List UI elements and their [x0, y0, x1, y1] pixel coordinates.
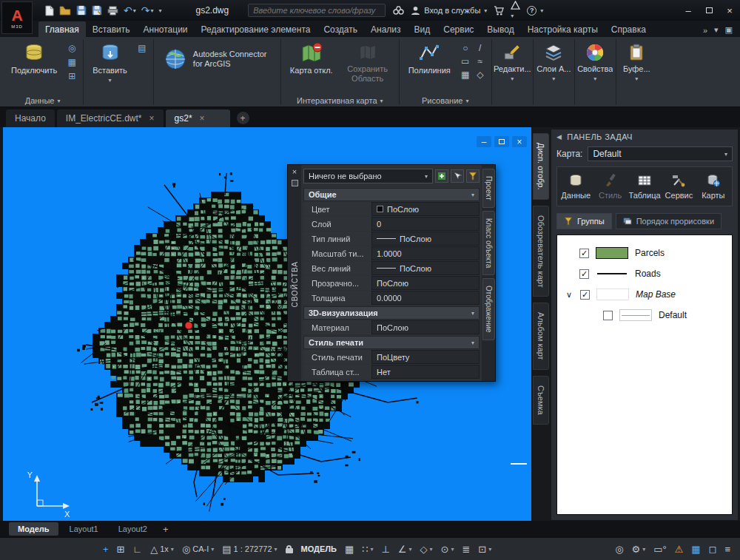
help-button[interactable]: ?▾: [527, 6, 543, 16]
ribbon-panel-collapsed-3[interactable]: Свойства▾: [575, 37, 616, 107]
quick-select-icon[interactable]: [466, 169, 480, 183]
selection-cycling-icon[interactable]: ⊡▾: [474, 540, 495, 558]
layer-checkbox[interactable]: [603, 311, 613, 320]
coordinate-system-button[interactable]: ◎CA-I▾: [178, 540, 218, 558]
expander-icon[interactable]: ∨: [565, 290, 574, 300]
search-binoculars-icon[interactable]: [393, 6, 404, 15]
lock-icon[interactable]: [282, 540, 297, 558]
layer-checkbox[interactable]: ✓: [579, 249, 589, 258]
circle-tool-icon[interactable]: ○: [459, 42, 472, 54]
map-off-button[interactable]: Карта откл.: [286, 41, 337, 77]
side-tab-3[interactable]: Альбом карт: [533, 303, 549, 370]
ribbon-tab-9[interactable]: Вывод: [480, 21, 520, 37]
ribbon-minimize-icon[interactable]: ▾: [714, 25, 719, 35]
save-area-button[interactable]: Сохранить Область: [341, 41, 394, 84]
taskpane-tool-2[interactable]: Стиль: [593, 171, 627, 202]
edit-data-icon[interactable]: ▤: [135, 42, 149, 54]
qat-customize-icon[interactable]: ▾: [159, 7, 162, 14]
property-value[interactable]: ПоСлою: [371, 276, 480, 290]
palette-section-header[interactable]: Общие▾: [303, 188, 480, 201]
spatial-search-icon[interactable]: ◎: [65, 42, 78, 54]
taskpane-tool-3[interactable]: Таблица: [628, 171, 662, 202]
model-space-button[interactable]: МОДЕЛЬ: [297, 540, 340, 558]
search-input[interactable]: [248, 4, 386, 17]
taskpane-viewtab-2[interactable]: Порядок прорисовки: [616, 213, 722, 229]
taskpane-tool-1[interactable]: Данные: [559, 171, 593, 202]
layer-checkbox[interactable]: ✓: [579, 269, 589, 279]
maximize-icon[interactable]: [699, 2, 719, 18]
layer-checkbox[interactable]: ✓: [580, 290, 590, 300]
units-warning-icon[interactable]: ⚠: [671, 540, 687, 558]
schema-icon[interactable]: ⊞: [65, 70, 78, 82]
close-icon[interactable]: ×: [719, 2, 740, 18]
doc-minimize-icon[interactable]: –: [477, 136, 491, 147]
ribbon-panel-collapsed-1[interactable]: Редакти...▾: [492, 37, 533, 107]
isolate-objects-icon[interactable]: ◎: [611, 540, 627, 558]
minimize-icon[interactable]: –: [678, 2, 699, 18]
arc-tool-icon[interactable]: ≈: [474, 55, 487, 67]
plot-icon[interactable]: [107, 4, 118, 17]
snap-mode-icon[interactable]: ∷▾: [358, 540, 377, 558]
map-select[interactable]: Default▾: [588, 146, 733, 161]
property-value[interactable]: 1.0000: [371, 246, 480, 260]
side-tab-2[interactable]: Обозреватель карт: [533, 206, 549, 297]
connect-button[interactable]: Подключить: [7, 41, 61, 77]
layer-row[interactable]: ✓Parcels: [560, 243, 729, 263]
panel-label-data[interactable]: Данные▾: [2, 95, 83, 107]
layer-row[interactable]: ✓Roads: [560, 263, 729, 284]
side-tab-4[interactable]: Съемка: [533, 376, 549, 425]
document-tab-1[interactable]: Начало: [6, 109, 55, 127]
doc-close-icon[interactable]: ×: [512, 136, 527, 147]
panel-label-draw[interactable]: Рисование▾: [400, 95, 491, 107]
property-value[interactable]: Нет: [371, 365, 480, 379]
property-value[interactable]: 0: [371, 217, 480, 231]
map-scale-button[interactable]: ▤1 : 272772▾: [218, 540, 280, 558]
grid-display-icon[interactable]: ▦: [341, 540, 357, 558]
layout-tab-2[interactable]: Layout1: [61, 522, 107, 536]
ribbon-overflow-icon[interactable]: »: [703, 26, 707, 35]
ribbon-tab-3[interactable]: Аннотации: [137, 21, 195, 37]
arcgis-connector-button[interactable]: Autodesk Connector for ArcGIS: [158, 41, 276, 73]
gear-icon[interactable]: ⚙▾: [628, 540, 650, 558]
ribbon-panel-collapsed-4[interactable]: Буфе...▾: [616, 37, 657, 107]
doc-restore-icon[interactable]: [494, 136, 509, 147]
palette-section-header[interactable]: 3D-визуализация▾: [303, 306, 480, 320]
select-objects-icon[interactable]: [451, 169, 464, 183]
rectangle-tool-icon[interactable]: ▭: [459, 55, 472, 67]
isodraft-icon[interactable]: ◇▾: [417, 540, 437, 558]
signin-button[interactable]: Вход в службы▾: [411, 6, 487, 16]
insert-button[interactable]: Вставить ▾: [88, 41, 132, 85]
selection-dropdown[interactable]: Ничего не выбрано▾: [303, 169, 433, 183]
collapse-task-pane-icon[interactable]: ◀: [556, 133, 562, 141]
ribbon-tab-5[interactable]: Создать: [317, 21, 364, 37]
clean-screen-icon[interactable]: ◻: [705, 540, 721, 558]
property-value[interactable]: ПоЦвету: [371, 350, 480, 364]
customization-menu-icon[interactable]: ≡: [721, 540, 734, 558]
taskpane-viewtab-1[interactable]: Группы: [556, 213, 612, 229]
undo-button[interactable]: ↶▾: [124, 4, 136, 16]
redo-button[interactable]: ↷▾: [141, 4, 154, 16]
ribbon-tab-7[interactable]: Вид: [408, 21, 437, 37]
side-tab-1[interactable]: Дисп. отобр.: [533, 133, 549, 200]
ribbon-tab-2[interactable]: Вставить: [86, 21, 137, 37]
infer-constraints-icon[interactable]: ⊥: [378, 540, 394, 558]
document-tab-2[interactable]: IM_ElectricCE.dwt*×: [57, 109, 164, 127]
layer-row[interactable]: ∨✓Map Base: [560, 284, 729, 305]
annotation-scale-button[interactable]: △1x▾: [147, 540, 178, 558]
save-as-icon[interactable]: [92, 4, 102, 17]
palette-tab-1[interactable]: Проект: [482, 169, 495, 208]
dynamic-input-icon[interactable]: +: [99, 540, 112, 558]
app-menu-button[interactable]: A M3D: [1, 1, 33, 34]
property-value[interactable]: ПоСлою: [371, 320, 480, 334]
ribbon-tab-4[interactable]: Редактирование элемента: [195, 21, 317, 37]
palette-tab-2[interactable]: Класс объекта: [482, 211, 495, 275]
hatch-tool-icon[interactable]: ▦: [459, 69, 472, 81]
save-icon[interactable]: [76, 4, 87, 17]
palette-tab-3[interactable]: Отображение: [482, 278, 495, 340]
line-tool-icon[interactable]: /: [474, 42, 487, 54]
pickadd-toggle-icon[interactable]: [435, 169, 448, 183]
ribbon-panel-collapsed-2[interactable]: Слои А...▾: [534, 37, 574, 107]
open-file-icon[interactable]: [59, 4, 71, 17]
property-value[interactable]: 0.0000: [371, 291, 480, 305]
document-tab-3[interactable]: gs2*×: [166, 109, 230, 127]
